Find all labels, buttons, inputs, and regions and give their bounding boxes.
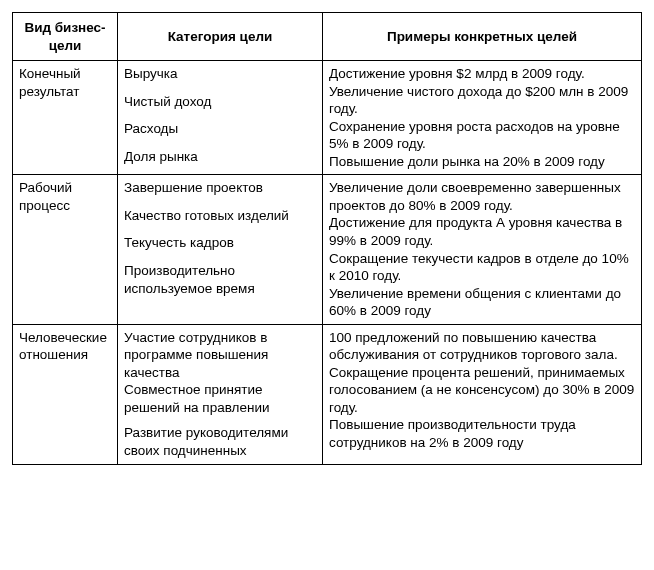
example-item: 100 предложений по повышению качества об… (329, 329, 635, 364)
example-item: Повышение доли рынка на 20% в 2009 году (329, 153, 635, 171)
type-cell: Конечный результат (13, 61, 118, 175)
category-cell: Завершение проектов Качество готовых изд… (118, 175, 323, 324)
type-cell: Человеческие отношения (13, 324, 118, 464)
example-item: Сокращение текучести кадров в отделе до … (329, 250, 635, 285)
example-cell: 100 предложений по повышению качества об… (323, 324, 642, 464)
category-cell: Выручка Чистый доход Расходы Доля рынка (118, 61, 323, 175)
example-item: Повышение производительности труда сотру… (329, 416, 635, 451)
category-item: Участие сотрудников в программе повышени… (124, 329, 316, 382)
category-item: Текучесть кадров (124, 234, 316, 252)
header-type: Вид бизнес-цели (13, 13, 118, 61)
type-cell: Рабочий процесс (13, 175, 118, 324)
table-row: Рабочий процесс Завершение проектов Каче… (13, 175, 642, 324)
category-item: Производительно используемое время (124, 262, 316, 297)
table-header-row: Вид бизнес-цели Категория цели Примеры к… (13, 13, 642, 61)
category-item: Выручка (124, 65, 316, 83)
category-item: Чистый доход (124, 93, 316, 111)
example-cell: Увеличение доли своевременно завершенных… (323, 175, 642, 324)
category-cell: Участие сотрудников в программе повышени… (118, 324, 323, 464)
example-item: Достижение уровня $2 млрд в 2009 году. (329, 65, 635, 83)
category-item: Совместное принятие решений на правлении (124, 381, 316, 416)
category-item: Доля рынка (124, 148, 316, 166)
goals-table: Вид бизнес-цели Категория цели Примеры к… (12, 12, 642, 465)
category-item: Развитие руководителями своих подчиненны… (124, 424, 316, 459)
header-examples: Примеры конкретных целей (323, 13, 642, 61)
example-item: Увеличение времени общения с клиентами д… (329, 285, 635, 320)
example-item: Достижение для продукта А уровня качеств… (329, 214, 635, 249)
header-category: Категория цели (118, 13, 323, 61)
example-item: Сохранение уровня роста расходов на уров… (329, 118, 635, 153)
table-row: Конечный результат Выручка Чистый доход … (13, 61, 642, 175)
example-cell: Достижение уровня $2 млрд в 2009 году. У… (323, 61, 642, 175)
category-item: Завершение проектов (124, 179, 316, 197)
category-item: Качество готовых изделий (124, 207, 316, 225)
example-item: Сокращение процента решений, принимаемых… (329, 364, 635, 417)
category-item: Расходы (124, 120, 316, 138)
example-item: Увеличение доли своевременно завершенных… (329, 179, 635, 214)
table-row: Человеческие отношения Участие сотрудник… (13, 324, 642, 464)
example-item: Увеличение чистого дохода до $200 млн в … (329, 83, 635, 118)
